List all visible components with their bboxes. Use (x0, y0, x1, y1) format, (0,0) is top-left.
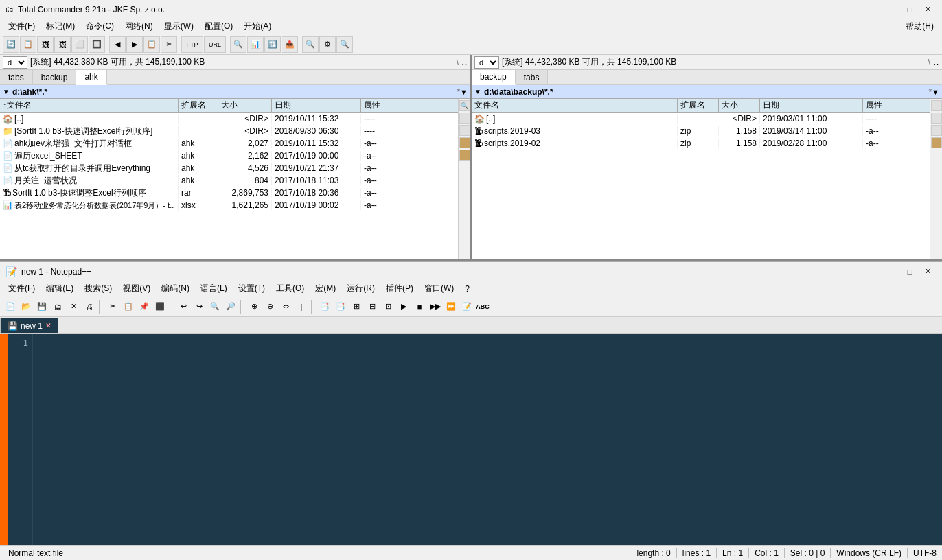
left-col-date[interactable]: 日期 (272, 99, 361, 112)
tc-tb-btn6[interactable]: 🔲 (89, 36, 105, 53)
npp-tb-print[interactable]: 🖨 (82, 299, 97, 314)
tc-tb-btn10[interactable]: 🔃 (264, 36, 281, 53)
npp-menu-plugins[interactable]: 插件(P) (380, 281, 419, 296)
left-file-row-5[interactable]: 📄月关注_运营状况 ahk 804 2017/10/18 11:03 -a-- (0, 174, 458, 187)
left-side-btn4[interactable] (459, 137, 470, 148)
left-drive-select[interactable]: d (3, 56, 27, 69)
left-side-btn-search[interactable]: 🔍 (459, 100, 470, 111)
tc-tb-find[interactable]: 🔍 (336, 36, 353, 53)
tc-tb-refresh[interactable]: 🔄 (3, 36, 19, 53)
right-side-btn3[interactable] (931, 125, 942, 136)
npp-tb-paste[interactable]: 📌 (137, 299, 152, 314)
npp-tb-find[interactable]: 🔍 (207, 299, 222, 314)
right-drive-select[interactable]: d (474, 56, 499, 69)
npp-tb-btn16[interactable]: ⊞ (349, 299, 364, 314)
npp-tb-saveall[interactable]: 🗂 (50, 299, 65, 314)
npp-tb-redo[interactable]: ↪ (192, 299, 207, 314)
npp-tb-zoom-in[interactable]: ⊕ (246, 299, 262, 314)
tc-tb-back[interactable]: ◀ (109, 36, 126, 53)
left-file-row-6[interactable]: 🗜SortIt 1.0 b3-快速调整Excel行列顺序 rar 2,869,7… (0, 187, 458, 199)
tc-maximize-btn[interactable]: □ (901, 3, 919, 16)
npp-menu-encode[interactable]: 编码(N) (156, 281, 195, 296)
left-drive-dotdot[interactable]: ‥ (461, 57, 468, 67)
tc-tb-btn3[interactable]: 🖼 (37, 36, 54, 53)
left-tab-tabs[interactable]: tabs (0, 70, 33, 84)
tc-menu-mark[interactable]: 标记(M) (41, 19, 80, 34)
tc-menu-start[interactable]: 开始(A) (238, 19, 277, 34)
right-path-btn[interactable]: ▼ (932, 88, 939, 96)
npp-menu-lang[interactable]: 语言(L) (195, 281, 233, 296)
left-file-row-7[interactable]: 📊表2移动业务常态化分析数据表(2017年9月）- t.. xlsx 1,621… (0, 199, 458, 211)
npp-close-btn[interactable]: ✕ (919, 265, 937, 279)
tc-tb-btn4[interactable]: 🖼 (54, 36, 71, 53)
tc-tb-search[interactable]: 🔍 (230, 36, 246, 53)
npp-tb-new[interactable]: 📄 (3, 299, 18, 314)
npp-tb-btn22[interactable]: ⏩ (444, 299, 459, 314)
left-col-ext[interactable]: 扩展名 (179, 99, 218, 112)
right-tab-backup[interactable]: backup (472, 70, 516, 85)
npp-menu-view[interactable]: 视图(V) (117, 281, 156, 296)
tc-tb-btn5[interactable]: ⬜ (71, 36, 88, 53)
left-file-row-0[interactable]: 🏠[..] <DIR> 2019/10/11 15:32 ---- (0, 113, 458, 125)
left-path-btn[interactable]: ▼ (460, 88, 468, 96)
npp-tb-zoom-out[interactable]: ⊖ (262, 299, 277, 314)
npp-menu-window[interactable]: 窗口(W) (419, 281, 459, 296)
npp-tb-word-wrap[interactable]: ⇔ (278, 299, 293, 314)
left-tab-backup[interactable]: backup (33, 70, 77, 84)
tc-tb-copy[interactable]: 📋 (143, 36, 160, 53)
right-drive-dotdot[interactable]: ‥ (933, 57, 939, 67)
right-side-btn2[interactable] (931, 113, 942, 124)
npp-tab-close-btn[interactable]: ✕ (45, 322, 51, 329)
npp-tab-new1[interactable]: 💾 new 1 ✕ (0, 318, 58, 333)
npp-menu-settings[interactable]: 设置(T) (233, 281, 271, 296)
npp-tb-close[interactable]: ✕ (66, 299, 81, 314)
npp-tb-indent-guide[interactable]: | (294, 299, 309, 314)
npp-tb-abc[interactable]: ABC (475, 299, 490, 314)
tc-tb-fwd[interactable]: ▶ (126, 36, 143, 53)
npp-menu-file[interactable]: 文件(F) (3, 281, 41, 296)
left-file-row-2[interactable]: 📄ahk加ev来增强_文件打开对话框 ahk 2,027 2019/10/11 … (0, 137, 458, 150)
tc-menu-cmd[interactable]: 命令(C) (80, 19, 119, 34)
tc-menu-config[interactable]: 配置(O) (199, 19, 238, 34)
npp-menu-run[interactable]: 运行(R) (341, 281, 380, 296)
npp-editor-content[interactable] (33, 334, 942, 545)
npp-menu-macro[interactable]: 宏(M) (310, 281, 341, 296)
npp-tb-sel-all[interactable]: ⬛ (152, 299, 168, 314)
left-side-btn5[interactable] (459, 150, 470, 161)
right-col-date[interactable]: 日期 (760, 99, 863, 112)
npp-tb-btn21[interactable]: ▶▶ (428, 299, 443, 314)
left-col-name[interactable]: ↑文件名 (0, 99, 179, 112)
tc-tb-btn2[interactable]: 📋 (20, 36, 36, 53)
left-file-row-3[interactable]: 📄遍历excel_SHEET ahk 2,162 2017/10/19 00:0… (0, 150, 458, 162)
npp-tb-btn23[interactable]: 📝 (459, 299, 474, 314)
npp-menu-help[interactable]: ? (459, 283, 475, 295)
right-side-btn1[interactable] (931, 100, 942, 111)
tc-close-btn[interactable]: ✕ (919, 3, 937, 16)
tc-tb-ftp[interactable]: FTP (181, 36, 203, 53)
left-tab-ahk[interactable]: ahk (76, 70, 106, 85)
left-side-btn2[interactable] (459, 113, 470, 124)
right-col-name[interactable]: 文件名 (472, 99, 678, 112)
npp-tb-btn14[interactable]: 📑 (317, 299, 332, 314)
left-file-row-1[interactable]: 📁[SortIt 1.0 b3-快速调整Excel行列顺序] <DIR> 201… (0, 125, 458, 137)
npp-menu-edit[interactable]: 编辑(E) (41, 281, 79, 296)
npp-minimize-btn[interactable]: ─ (883, 265, 901, 279)
npp-menu-search[interactable]: 搜索(S) (79, 281, 117, 296)
tc-tb-settings[interactable]: ⚙ (319, 36, 336, 53)
npp-tb-find2[interactable]: 🔎 (223, 299, 238, 314)
right-file-row-2[interactable]: 🗜scripts.2019-02 zip 1,158 2019/02/28 11… (472, 137, 930, 150)
right-file-row-0[interactable]: 🏠[..] <DIR> 2019/03/01 11:00 ---- (472, 113, 930, 125)
tc-tb-btn11[interactable]: 📤 (282, 36, 298, 53)
left-side-btn3[interactable] (459, 125, 470, 136)
npp-tb-copy[interactable]: 📋 (121, 299, 136, 314)
npp-tb-btn18[interactable]: ⊡ (380, 299, 395, 314)
npp-tb-btn20[interactable]: ■ (412, 299, 427, 314)
tc-tb-btn9[interactable]: 📊 (247, 36, 264, 53)
left-col-attr[interactable]: 属性 (361, 99, 458, 112)
tc-minimize-btn[interactable]: ─ (883, 3, 901, 16)
npp-maximize-btn[interactable]: □ (901, 265, 919, 279)
tc-menu-help[interactable]: 帮助(H) (900, 19, 939, 34)
right-side-btn4[interactable] (931, 137, 942, 148)
right-col-size[interactable]: 大小 (719, 99, 760, 112)
npp-menu-tools[interactable]: 工具(O) (271, 281, 310, 296)
